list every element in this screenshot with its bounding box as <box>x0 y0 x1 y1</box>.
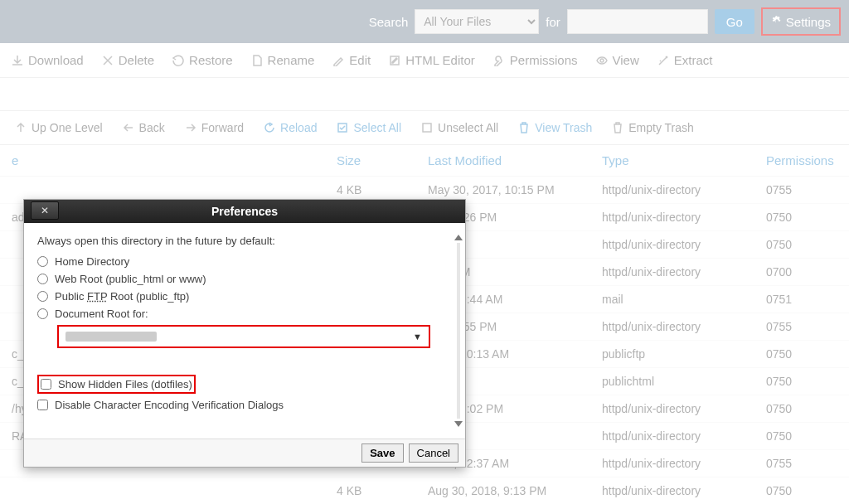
check-square-icon <box>337 122 348 133</box>
checkbox-disable-encoding-dialogs[interactable] <box>37 400 48 410</box>
nav-select-all[interactable]: Select All <box>337 121 401 134</box>
dialog-scrollbar[interactable] <box>454 235 463 427</box>
radio-label-home: Home Directory <box>55 255 129 268</box>
settings-button[interactable]: Settings <box>761 7 841 36</box>
nav-back[interactable]: Back <box>123 121 165 134</box>
cell-type: httpd/unix-directory <box>595 313 759 341</box>
pencil-icon <box>332 55 344 66</box>
nav-label: Forward <box>201 121 244 134</box>
nav-view-trash[interactable]: View Trash <box>518 121 592 134</box>
col-header-name[interactable]: e <box>0 145 330 177</box>
arrow-right-icon <box>185 122 196 133</box>
key-icon <box>493 55 505 66</box>
chevron-down-icon: ▼ <box>413 332 422 342</box>
toolbar-label: Edit <box>349 53 371 67</box>
toolbar-label: Delete <box>119 53 154 67</box>
toolbar-label: HTML Editor <box>405 53 475 67</box>
nav-label: Reload <box>280 121 317 134</box>
radio-web-root[interactable] <box>37 274 48 284</box>
cell-type: httpd/unix-directory <box>595 477 759 505</box>
cell-type: httpd/unix-directory <box>595 259 759 286</box>
nav-label: Unselect All <box>438 121 498 134</box>
dialog-title: Preferences <box>211 205 278 218</box>
nav-up-one-level[interactable]: Up One Level <box>15 121 103 134</box>
file-icon <box>251 55 263 66</box>
cell-permissions: 0750 <box>759 231 849 259</box>
search-scope-select[interactable]: All Your Files <box>415 9 539 34</box>
prefs-intro-text: Always open this directory in the future… <box>37 235 452 247</box>
cell-type: publicftp <box>595 341 759 368</box>
extract-button[interactable]: Extract <box>657 53 713 67</box>
download-button[interactable]: Download <box>12 53 84 67</box>
nav-forward[interactable]: Forward <box>185 121 244 134</box>
eye-icon <box>596 55 608 66</box>
dialog-footer: Save Cancel <box>24 439 465 467</box>
col-header-type[interactable]: Type <box>595 145 759 177</box>
dialog-body: Always open this directory in the future… <box>24 223 465 439</box>
cell-type: publichtml <box>595 368 759 395</box>
rename-button[interactable]: Rename <box>251 53 315 67</box>
wand-icon <box>657 55 669 66</box>
table-row[interactable]: 4 KBAug 30, 2018, 9:13 PMhttpd/unix-dire… <box>0 477 849 505</box>
nav-empty-trash[interactable]: Empty Trash <box>612 121 694 134</box>
cell-type: httpd/unix-directory <box>595 423 759 450</box>
radio-home-directory[interactable] <box>37 256 48 267</box>
cell-type: httpd/unix-directory <box>595 395 759 423</box>
nav-label: View Trash <box>535 121 592 134</box>
col-header-modified[interactable]: Last Modified <box>421 145 595 177</box>
radio-public-ftp[interactable] <box>37 291 48 302</box>
cell-permissions: 0755 <box>759 313 849 341</box>
view-button[interactable]: View <box>596 53 639 67</box>
cell-permissions: 0750 <box>759 423 849 450</box>
cell-name <box>0 477 330 505</box>
nav-label: Up One Level <box>32 121 103 134</box>
radio-document-root[interactable] <box>37 308 48 319</box>
cell-permissions: 0750 <box>759 368 849 395</box>
cell-permissions: 0750 <box>759 395 849 423</box>
toolbar-label: Download <box>28 53 84 67</box>
cell-permissions: 0755 <box>759 177 849 204</box>
scroll-up-icon[interactable] <box>454 235 463 240</box>
toolbar-label: Permissions <box>510 53 578 67</box>
htmleditor-button[interactable]: HTML Editor <box>389 53 475 67</box>
col-header-permissions[interactable]: Permissions <box>759 145 849 177</box>
navigation-toolbar: Up One LevelBackForwardReloadSelect AllU… <box>0 111 849 145</box>
dialog-header: ✕ Preferences <box>24 200 465 223</box>
toolbar-label: Restore <box>189 53 233 67</box>
search-go-button[interactable]: Go <box>715 9 754 34</box>
cell-type: httpd/unix-directory <box>595 450 759 477</box>
cancel-button[interactable]: Cancel <box>409 443 458 463</box>
permissions-button[interactable]: Permissions <box>493 53 578 67</box>
trash-icon <box>612 122 623 133</box>
checkbox-label-show-hidden: Show Hidden Files (dotfiles) <box>58 378 192 390</box>
toolbar-label: Extract <box>674 53 713 67</box>
spacer-row <box>0 78 849 111</box>
checkbox-label-disable-encoding: Disable Character Encoding Verification … <box>55 399 284 411</box>
col-header-size[interactable]: Size <box>330 145 421 177</box>
nav-label: Empty Trash <box>628 121 694 134</box>
toolbar-label: View <box>613 53 639 67</box>
save-button[interactable]: Save <box>361 443 403 463</box>
nav-reload[interactable]: Reload <box>264 121 317 134</box>
docroot-domain-select[interactable]: ▼ <box>57 325 430 348</box>
cell-modified: Aug 30, 2018, 9:13 PM <box>421 477 595 505</box>
restore-button[interactable]: Restore <box>172 53 233 67</box>
cell-permissions: 0750 <box>759 204 849 231</box>
square-icon <box>421 122 433 133</box>
cell-type: httpd/unix-directory <box>595 231 759 259</box>
search-input[interactable] <box>567 9 708 34</box>
nav-unselect-all[interactable]: Unselect All <box>421 121 498 134</box>
cell-type: mail <box>595 286 759 313</box>
radio-label-publicftp: Public FTP Root (public_ftp) <box>55 290 189 303</box>
nav-label: Select All <box>353 121 401 134</box>
scroll-track[interactable] <box>457 243 460 419</box>
scroll-down-icon[interactable] <box>454 421 463 427</box>
close-icon[interactable]: ✕ <box>31 201 59 220</box>
radio-label-webroot: Web Root (public_html or www) <box>55 273 206 285</box>
file-actions-toolbar: DownloadDeleteRestoreRenameEditHTML Edit… <box>0 43 849 78</box>
checkbox-show-hidden-files[interactable] <box>41 379 51 390</box>
docroot-value-blurred <box>65 332 157 342</box>
top-search-bar: Search All Your Files for Go Settings <box>0 0 849 43</box>
edit-button[interactable]: Edit <box>332 53 371 67</box>
delete-button[interactable]: Delete <box>102 53 154 67</box>
